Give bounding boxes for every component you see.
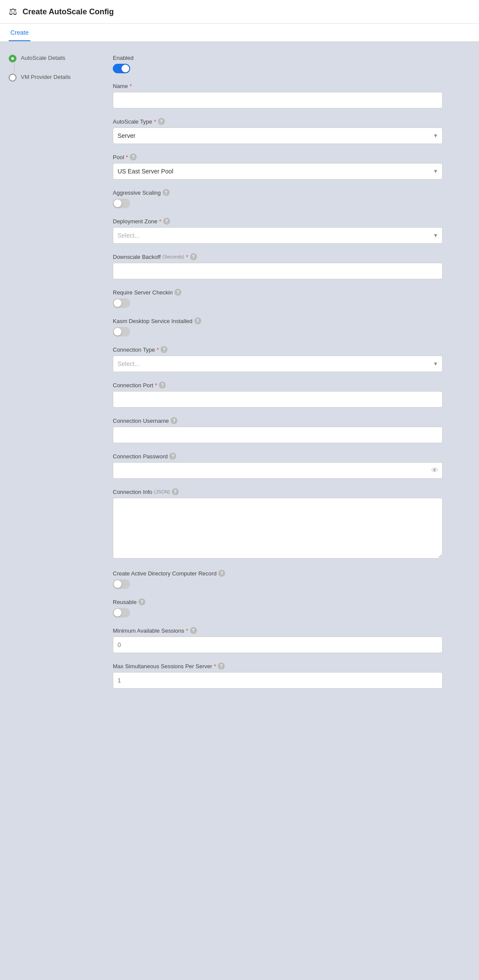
create-ad-label: Create Active Directory Computer Record … xyxy=(113,570,443,577)
connection-type-select-wrapper: Select... ▼ xyxy=(113,356,443,372)
max-sessions-help-icon[interactable]: ? xyxy=(218,663,225,670)
reusable-knob xyxy=(114,609,121,617)
deployment-zone-select-wrapper: Select... ▼ xyxy=(113,227,443,244)
connection-type-help-icon[interactable]: ? xyxy=(161,346,167,353)
aggressive-scaling-help-icon[interactable]: ? xyxy=(163,189,170,196)
enabled-toggle[interactable] xyxy=(113,64,130,73)
aggressive-scaling-toggle-wrapper xyxy=(113,199,443,208)
reusable-help-icon[interactable]: ? xyxy=(138,598,145,605)
password-visibility-toggle-icon[interactable]: 👁︎ xyxy=(431,467,438,474)
kasm-desktop-label: Kasm Desktop Service Installed ? xyxy=(113,317,443,324)
step-label-vm: VM Provider Details xyxy=(21,74,71,80)
page-title: Create AutoScale Config xyxy=(23,7,114,16)
pool-help-icon[interactable]: ? xyxy=(130,154,137,160)
connection-type-label: Connection Type * ? xyxy=(113,346,443,353)
connection-username-help-icon[interactable]: ? xyxy=(171,417,177,424)
connection-info-help-icon[interactable]: ? xyxy=(172,488,179,495)
name-input[interactable] xyxy=(113,92,443,108)
steps-container: AutoScale Details VM Provider Details xyxy=(9,55,95,82)
kasm-desktop-toggle-wrapper xyxy=(113,327,443,336)
min-sessions-help-icon[interactable]: ? xyxy=(190,627,197,634)
pool-label: Pool * ? xyxy=(113,154,443,160)
deployment-zone-select[interactable]: Select... xyxy=(113,227,443,244)
pool-required: * xyxy=(126,154,128,160)
autoscale-type-select-wrapper: Server Desktop ▼ xyxy=(113,127,443,144)
create-ad-help-icon[interactable]: ? xyxy=(218,570,225,577)
require-server-checkin-toggle[interactable] xyxy=(113,298,130,308)
max-sessions-label: Max Simultaneous Sessions Per Server * ? xyxy=(113,663,443,670)
balance-scale-icon: ⚖ xyxy=(9,6,17,17)
deployment-zone-help-icon[interactable]: ? xyxy=(163,218,170,225)
create-ad-toggle-wrapper xyxy=(113,579,443,589)
min-sessions-required: * xyxy=(186,627,188,634)
max-sessions-field: Max Simultaneous Sessions Per Server * ? xyxy=(113,663,443,689)
reusable-label: Reusable ? xyxy=(113,598,443,605)
connection-port-required: * xyxy=(155,382,157,389)
name-required: * xyxy=(130,83,132,89)
deployment-zone-required: * xyxy=(159,218,161,225)
tabs-bar: Create xyxy=(0,24,479,42)
step-col-vm xyxy=(9,74,16,82)
connection-port-help-icon[interactable]: ? xyxy=(159,382,166,389)
min-sessions-label: Minimum Available Sessions * ? xyxy=(113,627,443,634)
min-sessions-field: Minimum Available Sessions * ? xyxy=(113,627,443,653)
connection-info-textarea[interactable] xyxy=(113,498,443,559)
reusable-toggle-wrapper xyxy=(113,608,443,617)
autoscale-type-field: AutoScale Type * ? Server Desktop ▼ xyxy=(113,118,443,144)
aggressive-scaling-knob xyxy=(114,199,121,207)
name-label: Name * xyxy=(113,83,443,89)
connection-info-label: Connection Info (JSON) ? xyxy=(113,488,443,495)
reusable-toggle[interactable] xyxy=(113,608,130,617)
downscale-backoff-field: Downscale Backoff (Seconds) * ? xyxy=(113,253,443,279)
create-ad-field: Create Active Directory Computer Record … xyxy=(113,570,443,589)
kasm-desktop-knob xyxy=(114,328,121,336)
connection-type-field: Connection Type * ? Select... ▼ xyxy=(113,346,443,372)
autoscale-type-select[interactable]: Server Desktop xyxy=(113,127,443,144)
require-server-checkin-knob xyxy=(114,299,121,307)
pool-select-wrapper: US East Server Pool ▼ xyxy=(113,163,443,180)
main-content: AutoScale Details VM Provider Details En… xyxy=(0,42,479,711)
autoscale-type-help-icon[interactable]: ? xyxy=(158,118,165,125)
create-ad-toggle[interactable] xyxy=(113,579,130,589)
connection-type-required: * xyxy=(157,346,159,353)
downscale-backoff-help-icon[interactable]: ? xyxy=(190,253,197,260)
enabled-field: Enabled xyxy=(113,55,443,73)
connection-info-field: Connection Info (JSON) ? xyxy=(113,488,443,560)
aggressive-scaling-toggle[interactable] xyxy=(113,199,130,208)
connection-port-input[interactable] xyxy=(113,391,443,408)
step-connector xyxy=(14,62,15,73)
require-server-checkin-help-icon[interactable]: ? xyxy=(174,289,181,296)
downscale-backoff-label: Downscale Backoff (Seconds) * ? xyxy=(113,253,443,260)
name-field: Name * xyxy=(113,83,443,108)
step-circle-vm xyxy=(9,74,16,82)
connection-port-label: Connection Port * ? xyxy=(113,382,443,389)
connection-username-field: Connection Username ? xyxy=(113,417,443,443)
require-server-checkin-label: Require Server Checkin ? xyxy=(113,289,443,296)
connection-password-wrapper: 👁︎ xyxy=(113,462,443,479)
tab-create[interactable]: Create xyxy=(9,24,30,41)
downscale-backoff-input[interactable] xyxy=(113,263,443,279)
step-row-autoscale: AutoScale Details xyxy=(9,55,95,74)
connection-type-select[interactable]: Select... xyxy=(113,356,443,372)
connection-password-help-icon[interactable]: ? xyxy=(169,453,176,460)
create-ad-knob xyxy=(114,580,121,588)
max-sessions-input[interactable] xyxy=(113,672,443,689)
autoscale-type-required: * xyxy=(154,118,156,125)
page-header: ⚖ Create AutoScale Config xyxy=(0,0,479,24)
connection-password-input[interactable] xyxy=(113,462,443,479)
require-server-checkin-field: Require Server Checkin ? xyxy=(113,289,443,308)
kasm-desktop-toggle[interactable] xyxy=(113,327,130,336)
min-sessions-input[interactable] xyxy=(113,637,443,653)
connection-password-field: Connection Password ? 👁︎ xyxy=(113,453,443,479)
connection-username-input[interactable] xyxy=(113,427,443,443)
downscale-backoff-required: * xyxy=(186,254,188,260)
deployment-zone-field: Deployment Zone * ? Select... ▼ xyxy=(113,218,443,244)
connection-username-label: Connection Username ? xyxy=(113,417,443,424)
pool-select[interactable]: US East Server Pool xyxy=(113,163,443,180)
step-col-autoscale xyxy=(9,55,16,74)
require-server-checkin-toggle-wrapper xyxy=(113,298,443,308)
kasm-desktop-help-icon[interactable]: ? xyxy=(194,317,201,324)
pool-field: Pool * ? US East Server Pool ▼ xyxy=(113,154,443,180)
connection-password-label: Connection Password ? xyxy=(113,453,443,460)
kasm-desktop-field: Kasm Desktop Service Installed ? xyxy=(113,317,443,336)
